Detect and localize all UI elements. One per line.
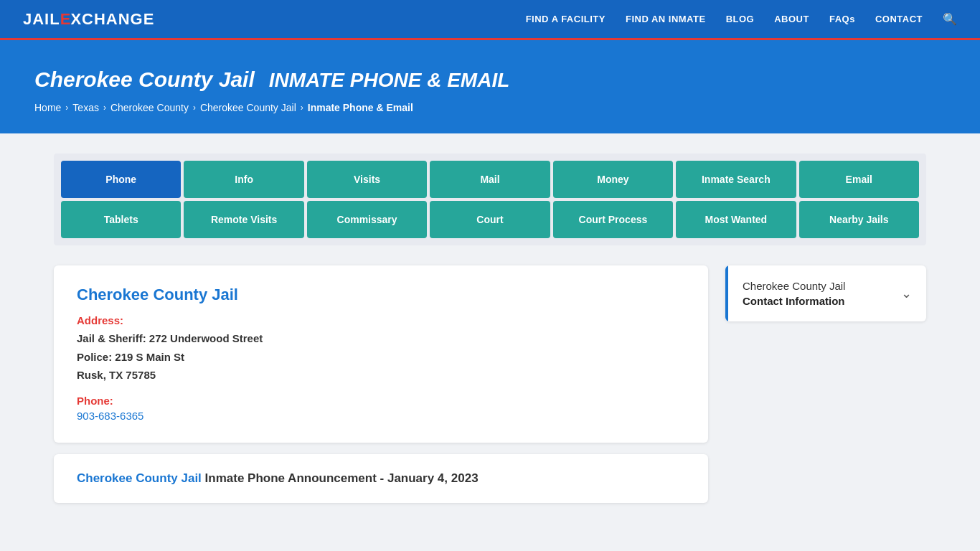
sidebar-jail-name: Cherokee County Jail [743, 278, 845, 293]
sidebar-header[interactable]: Cherokee County Jail Contact Information… [725, 265, 926, 321]
nav-find-facility[interactable]: FIND A FACILITY [526, 14, 606, 24]
breadcrumb-sep4: › [301, 103, 303, 113]
phone-label: Phone: [77, 395, 685, 407]
breadcrumb: Home › Texas › Cherokee County › Cheroke… [34, 102, 946, 113]
sidebar-header-text: Cherokee County Jail Contact Information [743, 278, 845, 309]
btn-money[interactable]: Money [553, 161, 673, 198]
btn-court[interactable]: Court [430, 201, 550, 238]
jail-title: Cherokee County Jail [77, 286, 685, 304]
category-button-grid: Phone Info Visits Mail Money Inmate Sear… [54, 154, 926, 245]
btn-nearby-jails[interactable]: Nearby Jails [799, 201, 919, 238]
sidebar-contact-info: Contact Information [743, 293, 845, 309]
btn-most-wanted[interactable]: Most Wanted [676, 201, 796, 238]
announcement-text: Inmate Phone Announcement - January 4, 2… [202, 471, 479, 485]
announcement-jail-link[interactable]: Cherokee County Jail [77, 471, 202, 485]
nav-blog[interactable]: BLOG [726, 14, 755, 24]
page-title: Cherokee County Jail INMATE PHONE & EMAI… [34, 63, 946, 93]
btn-info[interactable]: Info [184, 161, 303, 198]
btn-email[interactable]: Email [799, 161, 919, 198]
logo-jail-text: JAIL [23, 10, 60, 29]
btn-inmate-search[interactable]: Inmate Search [676, 161, 796, 198]
btn-mail[interactable]: Mail [430, 161, 550, 198]
nav-about[interactable]: ABOUT [774, 14, 809, 24]
breadcrumb-sep2: › [103, 103, 106, 113]
breadcrumb-home[interactable]: Home [34, 102, 61, 113]
breadcrumb-texas[interactable]: Texas [72, 102, 99, 113]
address-line3: Rusk, TX 75785 [77, 369, 156, 381]
breadcrumb-sep3: › [193, 103, 196, 113]
nav-faqs[interactable]: FAQs [829, 14, 855, 24]
nav-find-inmate[interactable]: FIND AN INMATE [626, 14, 706, 24]
announcement-title: Cherokee County Jail Inmate Phone Announ… [77, 471, 685, 486]
address-line1: Jail & Sheriff: 272 Underwood Street [77, 332, 263, 344]
phone-link[interactable]: 903-683-6365 [77, 410, 143, 422]
breadcrumb-current: Inmate Phone & Email [308, 102, 413, 113]
left-column: Cherokee County Jail Address: Jail & She… [54, 265, 708, 503]
address-line2: Police: 219 S Main St [77, 351, 184, 363]
logo-xchange-text: XCHANGE [70, 10, 154, 29]
hero-section: Cherokee County Jail INMATE PHONE & EMAI… [0, 40, 980, 133]
navbar: JAIL E XCHANGE FIND A FACILITY FIND AN I… [0, 0, 980, 40]
btn-court-process[interactable]: Court Process [553, 201, 673, 238]
breadcrumb-jail[interactable]: Cherokee County Jail [200, 102, 296, 113]
btn-tablets[interactable]: Tablets [61, 201, 181, 238]
btn-remote-visits[interactable]: Remote Visits [184, 201, 303, 238]
main-info-card: Cherokee County Jail Address: Jail & She… [54, 265, 708, 443]
main-layout: Cherokee County Jail Address: Jail & She… [54, 265, 926, 503]
announcement-card: Cherokee County Jail Inmate Phone Announ… [54, 454, 708, 503]
btn-commissary[interactable]: Commissary [307, 201, 427, 238]
address-block: Jail & Sheriff: 272 Underwood Street Pol… [77, 329, 685, 385]
logo[interactable]: JAIL E XCHANGE [23, 10, 154, 29]
breadcrumb-sep1: › [65, 103, 68, 113]
nav-links: FIND A FACILITY FIND AN INMATE BLOG ABOU… [526, 12, 957, 26]
search-icon[interactable]: 🔍 [943, 12, 957, 26]
btn-visits[interactable]: Visits [307, 161, 427, 198]
nav-contact[interactable]: CONTACT [875, 14, 923, 24]
sidebar-card: Cherokee County Jail Contact Information… [725, 265, 926, 321]
content-area: Phone Info Visits Mail Money Inmate Sear… [31, 133, 949, 523]
sidebar: Cherokee County Jail Contact Information… [725, 265, 926, 321]
address-label: Address: [77, 314, 685, 326]
breadcrumb-cherokee-county[interactable]: Cherokee County [110, 102, 189, 113]
logo-x-text: E [60, 10, 71, 29]
btn-phone[interactable]: Phone [61, 161, 181, 198]
chevron-down-icon: ⌄ [901, 286, 912, 301]
